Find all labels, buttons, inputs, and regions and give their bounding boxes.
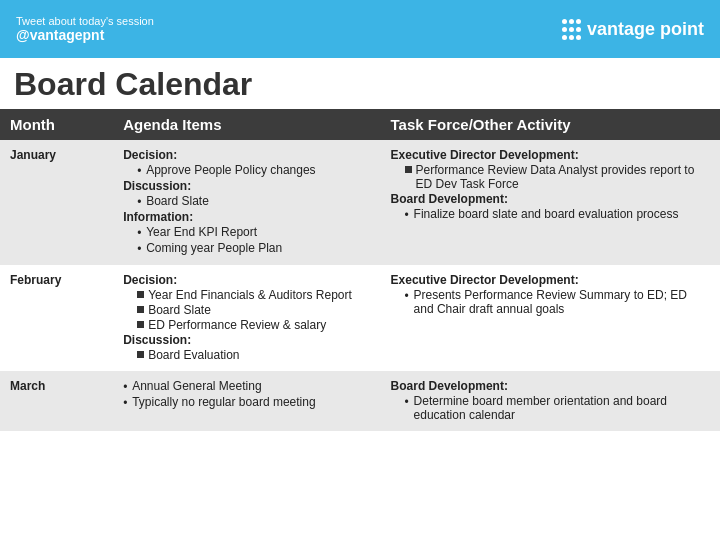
table-row: February Decision: Year End Financials &…	[0, 265, 720, 371]
tweet-handle: @vantagepnt	[16, 27, 154, 43]
tweet-label: Tweet about today's session	[16, 15, 154, 27]
tweet-section: Tweet about today's session @vantagepnt	[16, 15, 154, 43]
table-row: March • Annual General Meeting • Typical…	[0, 371, 720, 431]
task-january: Executive Director Development: Performa…	[381, 140, 720, 265]
list-item: Performance Review Data Analyst provides…	[391, 163, 710, 191]
bullet-square-icon	[137, 291, 144, 298]
item-text: Determine board member orientation and b…	[414, 394, 710, 422]
list-item: • Presents Performance Review Summary to…	[391, 288, 710, 316]
month-march: March	[0, 371, 113, 431]
board-calendar-table: Month Agenda Items Task Force/Other Acti…	[0, 109, 720, 431]
list-item: Board Slate	[123, 303, 370, 317]
bullet-square-icon	[137, 321, 144, 328]
table-header-row: Month Agenda Items Task Force/Other Acti…	[0, 109, 720, 140]
item-text: Finalize board slate and board evaluatio…	[414, 207, 679, 221]
bullet-icon: •	[137, 195, 142, 209]
item-text: ED Performance Review & salary	[148, 318, 326, 332]
item-text: Board Evaluation	[148, 348, 239, 362]
list-item: • Typically no regular board meeting	[123, 395, 370, 410]
bullet-square-icon	[137, 306, 144, 313]
list-item: • Year End KPI Report	[123, 225, 370, 240]
bullet-icon: •	[405, 208, 410, 222]
bullet-icon: •	[405, 289, 410, 303]
item-text: Board Slate	[146, 194, 209, 208]
ed-label: Executive Director Development:	[391, 148, 710, 162]
item-text: Approve People Policy changes	[146, 163, 315, 177]
list-item: • Finalize board slate and board evaluat…	[391, 207, 710, 222]
list-item: ED Performance Review & salary	[123, 318, 370, 332]
bullet-square-icon	[405, 166, 412, 173]
bullet-icon: •	[137, 226, 142, 240]
bullet-icon: •	[123, 396, 128, 410]
col-agenda: Agenda Items	[113, 109, 380, 140]
col-task: Task Force/Other Activity	[381, 109, 720, 140]
bd-label: Board Development:	[391, 192, 710, 206]
bullet-icon: •	[137, 164, 142, 178]
item-text: Year End KPI Report	[146, 225, 257, 239]
month-january: January	[0, 140, 113, 265]
list-item: • Approve People Policy changes	[123, 163, 370, 178]
bullet-icon: •	[123, 380, 128, 394]
month-february: February	[0, 265, 113, 371]
list-item: • Determine board member orientation and…	[391, 394, 710, 422]
item-text: Board Slate	[148, 303, 211, 317]
bullet-icon: •	[137, 242, 142, 256]
task-march: Board Development: • Determine board mem…	[381, 371, 720, 431]
bullet-square-icon	[137, 351, 144, 358]
list-item: • Annual General Meeting	[123, 379, 370, 394]
item-text: Annual General Meeting	[132, 379, 261, 393]
list-item: Board Evaluation	[123, 348, 370, 362]
agenda-march: • Annual General Meeting • Typically no …	[113, 371, 380, 431]
bd-label: Board Development:	[391, 379, 710, 393]
information-label: Information:	[123, 210, 370, 224]
list-item: • Board Slate	[123, 194, 370, 209]
decision-label: Decision:	[123, 273, 370, 287]
item-text: Performance Review Data Analyst provides…	[416, 163, 710, 191]
page-title-area: Board Calendar	[0, 58, 720, 109]
item-text: Year End Financials & Auditors Report	[148, 288, 352, 302]
logo-icon	[562, 19, 581, 40]
agenda-january: Decision: • Approve People Policy change…	[113, 140, 380, 265]
page-title: Board Calendar	[14, 66, 706, 103]
agenda-february: Decision: Year End Financials & Auditors…	[113, 265, 380, 371]
item-text: Presents Performance Review Summary to E…	[414, 288, 710, 316]
header-bar: Tweet about today's session @vantagepnt …	[0, 0, 720, 58]
task-february: Executive Director Development: • Presen…	[381, 265, 720, 371]
decision-label: Decision:	[123, 148, 370, 162]
item-text: Typically no regular board meeting	[132, 395, 315, 409]
list-item: Year End Financials & Auditors Report	[123, 288, 370, 302]
discussion-label: Discussion:	[123, 179, 370, 193]
item-text: Coming year People Plan	[146, 241, 282, 255]
table-row: January Decision: • Approve People Polic…	[0, 140, 720, 265]
logo-text: vantage point	[587, 19, 704, 40]
logo-section: vantage point	[562, 19, 704, 40]
list-item: • Coming year People Plan	[123, 241, 370, 256]
col-month: Month	[0, 109, 113, 140]
discussion-label: Discussion:	[123, 333, 370, 347]
bullet-icon: •	[405, 395, 410, 409]
ed-label: Executive Director Development:	[391, 273, 710, 287]
